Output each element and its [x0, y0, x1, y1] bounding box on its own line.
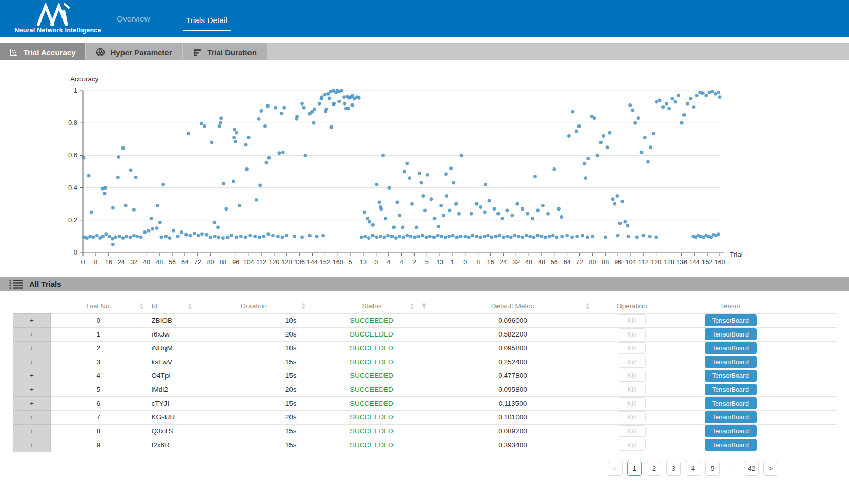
scatter-point[interactable]	[88, 235, 92, 238]
expand-row-button[interactable]: +	[13, 438, 50, 452]
expand-row-button[interactable]: +	[13, 369, 50, 383]
tab-hyper-parameter[interactable]: Hyper Parameter	[86, 43, 182, 61]
scatter-point[interactable]	[347, 107, 350, 110]
tensorboard-button[interactable]: TensorBoard	[705, 314, 757, 326]
scatter-point[interactable]	[363, 235, 367, 238]
header-trial-no[interactable]: Trial No.	[51, 299, 147, 313]
scatter-point[interactable]	[160, 236, 163, 239]
scatter-point[interactable]	[219, 121, 222, 125]
scatter-point[interactable]	[156, 204, 159, 207]
kill-button[interactable]: Kill	[618, 314, 646, 326]
scatter-point[interactable]	[135, 235, 139, 238]
scatter-point[interactable]	[521, 207, 524, 211]
scatter-point[interactable]	[460, 154, 463, 157]
scatter-point[interactable]	[222, 182, 225, 185]
scatter-point[interactable]	[641, 234, 645, 237]
scatter-point[interactable]	[360, 236, 363, 239]
scatter-point[interactable]	[111, 243, 115, 246]
kill-button[interactable]: Kill	[618, 384, 646, 395]
scatter-point[interactable]	[425, 236, 428, 239]
scatter-point[interactable]	[282, 106, 286, 110]
scatter-point[interactable]	[232, 136, 236, 139]
scatter-point[interactable]	[652, 132, 655, 135]
scatter-point[interactable]	[184, 233, 188, 237]
scatter-point[interactable]	[313, 108, 316, 111]
scatter-point[interactable]	[410, 202, 414, 206]
scatter-point[interactable]	[426, 173, 429, 177]
pagination-prev-button[interactable]: <	[608, 461, 623, 476]
scatter-point[interactable]	[493, 207, 496, 211]
tab-trial-accuracy[interactable]: Trial Accuracy	[0, 43, 85, 61]
scatter-point[interactable]	[87, 174, 91, 178]
scatter-point[interactable]	[618, 222, 622, 225]
expand-row-button[interactable]: +	[13, 314, 50, 327]
scatter-point[interactable]	[620, 200, 624, 203]
scatter-point[interactable]	[350, 103, 354, 107]
scatter-point[interactable]	[689, 97, 692, 100]
scatter-point[interactable]	[449, 166, 453, 170]
scatter-point[interactable]	[494, 235, 498, 238]
scatter-point[interactable]	[248, 234, 252, 237]
scatter-point[interactable]	[232, 180, 235, 183]
scatter-point[interactable]	[260, 109, 263, 113]
scatter-point[interactable]	[340, 89, 343, 93]
tensorboard-button[interactable]: TensorBoard	[705, 411, 757, 423]
scatter-point[interactable]	[379, 207, 383, 211]
scatter-point[interactable]	[442, 214, 445, 217]
scatter-point[interactable]	[265, 161, 268, 164]
scatter-point[interactable]	[551, 234, 555, 237]
pagination-page-1[interactable]: 1	[627, 461, 642, 476]
scatter-point[interactable]	[114, 236, 117, 239]
scatter-point[interactable]	[432, 236, 436, 239]
scatter-point[interactable]	[266, 232, 270, 236]
scatter-point[interactable]	[221, 236, 225, 240]
scatter-point[interactable]	[509, 236, 513, 239]
expand-row-button[interactable]: +	[13, 383, 50, 396]
scatter-point[interactable]	[455, 236, 459, 239]
scatter-point[interactable]	[121, 146, 125, 150]
scatter-point[interactable]	[224, 207, 228, 211]
scatter-point[interactable]	[375, 183, 379, 186]
kill-button[interactable]: Kill	[618, 356, 646, 368]
scatter-point[interactable]	[132, 234, 136, 237]
header-id[interactable]: Id	[147, 299, 195, 313]
scatter-point[interactable]	[583, 162, 586, 165]
scatter-point[interactable]	[483, 235, 486, 238]
scatter-point[interactable]	[692, 105, 696, 109]
scatter-point[interactable]	[403, 170, 406, 174]
scatter-point[interactable]	[134, 176, 138, 179]
tensorboard-button[interactable]: TensorBoard	[705, 397, 757, 409]
scatter-point[interactable]	[586, 236, 589, 239]
scatter-point[interactable]	[367, 236, 371, 240]
scatter-point[interactable]	[704, 94, 708, 97]
scatter-point[interactable]	[116, 176, 120, 179]
scatter-point[interactable]	[526, 212, 529, 216]
scatter-point[interactable]	[285, 234, 288, 237]
scatter-point[interactable]	[200, 232, 204, 236]
kill-button[interactable]: Kill	[618, 342, 646, 354]
scatter-point[interactable]	[158, 221, 162, 224]
scatter-point[interactable]	[121, 236, 125, 240]
scatter-point[interactable]	[150, 217, 153, 220]
scatter-point[interactable]	[405, 162, 409, 165]
kill-button[interactable]: Kill	[618, 397, 646, 409]
scatter-point[interactable]	[420, 181, 423, 185]
scatter-point[interactable]	[104, 232, 108, 236]
scatter-point[interactable]	[709, 236, 713, 239]
scatter-point[interactable]	[567, 134, 571, 138]
scatter-point[interactable]	[239, 235, 243, 238]
scatter-point[interactable]	[125, 235, 128, 238]
scatter-point[interactable]	[271, 234, 275, 237]
scatter-point[interactable]	[103, 186, 107, 190]
scatter-point[interactable]	[129, 168, 133, 172]
accuracy-scatter-chart[interactable]: 00.20.40.60.8108162432404856647280889610…	[0, 60, 849, 272]
expand-row-button[interactable]: +	[13, 397, 50, 410]
scatter-point[interactable]	[714, 92, 717, 96]
nav-tab-trials-detail[interactable]: Trials Detail	[183, 13, 231, 31]
scatter-point[interactable]	[439, 204, 443, 207]
scatter-point[interactable]	[674, 100, 677, 104]
scatter-point[interactable]	[293, 235, 296, 238]
scatter-point[interactable]	[218, 124, 221, 128]
scatter-point[interactable]	[552, 167, 556, 171]
scatter-point[interactable]	[591, 235, 594, 238]
